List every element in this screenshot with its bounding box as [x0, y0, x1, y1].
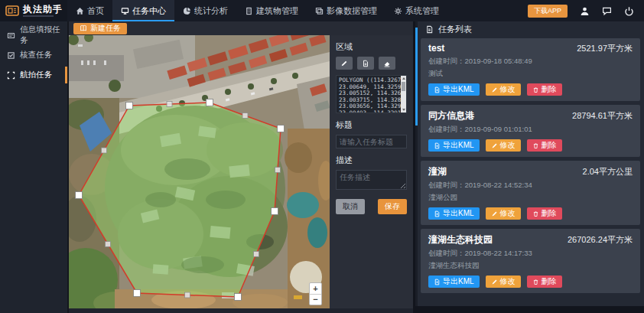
cancel-button[interactable]: 取消 — [336, 199, 365, 214]
delete-task-button[interactable]: 删除 — [527, 207, 562, 220]
map-canvas[interactable]: + − — [69, 35, 330, 308]
edit-task-button[interactable]: 修改 — [486, 276, 521, 288]
polygon-vertex-handle[interactable] — [235, 294, 242, 301]
nav-item-label: 首页 — [87, 5, 104, 17]
sidebar-item-label: 信息填报任务 — [20, 24, 67, 46]
new-task-tab-label: 新建任务 — [90, 23, 121, 34]
task-area: 267026.24平方米 — [568, 234, 633, 246]
polygon-vertex-handle[interactable] — [278, 126, 285, 132]
nav-item-system[interactable]: 系统管理 — [385, 0, 447, 21]
left-sidebar: 信息填报任务 核查任务 航拍任务 — [0, 21, 67, 313]
task-name: 潼湖 — [428, 165, 447, 178]
task-list-title: 任务列表 — [438, 24, 472, 35]
map-zoom-control: + − — [309, 282, 322, 305]
delete-task-button[interactable]: 删除 — [527, 83, 562, 96]
export-kml-button[interactable]: 导出KML — [428, 276, 480, 288]
new-task-tab[interactable]: 新建任务 — [73, 23, 127, 34]
delete-task-button[interactable]: 删除 — [527, 276, 562, 288]
chat-icon[interactable] — [602, 6, 612, 16]
polygon-vertex-handle[interactable] — [272, 208, 278, 215]
power-icon[interactable] — [624, 6, 634, 16]
sidebar-item-aerial-tasks[interactable]: 航拍任务 — [0, 65, 67, 85]
polygon-midpoint-handle[interactable] — [254, 252, 259, 257]
task-list: test 2521.97平方米 创建时间：2019-09-18 05:48:49… — [415, 37, 644, 293]
edit-task-button[interactable]: 修改 — [486, 207, 521, 220]
export-icon — [434, 86, 441, 93]
pencil-icon — [491, 86, 498, 93]
draw-icon — [340, 60, 348, 67]
nav-item-imagery[interactable]: 影像数据管理 — [307, 0, 385, 21]
polygon-midpoint-handle[interactable] — [167, 102, 172, 107]
nav-item-label: 任务中心 — [132, 5, 166, 17]
polygon-vertex-handle[interactable] — [126, 103, 133, 109]
task-panel-scroll-thumb[interactable] — [415, 28, 418, 126]
user-icon[interactable] — [580, 6, 590, 16]
sidebar-item-verification-tasks[interactable]: 核查任务 — [0, 45, 67, 65]
polygon-midpoint-handle[interactable] — [275, 168, 281, 173]
task-panel-scrollbar[interactable] — [415, 21, 418, 306]
image-stack-icon — [315, 7, 324, 15]
zoom-in-button[interactable]: + — [310, 283, 321, 294]
polygon-midpoint-handle[interactable] — [242, 113, 248, 119]
navbar-right: 下载APP — [528, 0, 644, 21]
nav-item-label: 统计分析 — [194, 5, 228, 17]
task-created-value: 2019-09-18 05:48:49 — [465, 57, 532, 65]
polygon-midpoint-handle[interactable] — [185, 292, 190, 298]
scroll-up-arrow[interactable] — [401, 76, 406, 81]
task-desc: 测试 — [428, 69, 633, 79]
polygon-vertex-handle[interactable] — [207, 99, 213, 106]
pencil-icon — [491, 142, 498, 149]
erase-region-button[interactable] — [379, 57, 395, 70]
nav-item-label: 影像数据管理 — [327, 5, 377, 17]
polygon-vertex-handle[interactable] — [76, 192, 83, 199]
task-created: 创建时间：2019-08-22 14:52:34 — [428, 181, 633, 191]
eraser-icon — [383, 60, 391, 67]
nav-item-statistics[interactable]: 统计分析 — [174, 0, 236, 21]
download-app-button[interactable]: 下载APP — [528, 5, 568, 18]
new-task-form: 区域 POLYGON ((114.326713 23.00649, 114.32… — [330, 35, 413, 308]
polygon-midpoint-handle[interactable] — [102, 148, 107, 153]
polygon-vertex-handle[interactable] — [134, 290, 141, 297]
edit-task-button[interactable]: 修改 — [486, 139, 521, 152]
delete-task-button[interactable]: 删除 — [527, 139, 562, 152]
polygon-midpoint-handle[interactable] — [106, 242, 111, 247]
pencil-icon — [491, 279, 498, 285]
nav-item-buildings[interactable]: 建筑物管理 — [236, 0, 307, 21]
export-kml-button[interactable]: 导出KML — [428, 83, 480, 96]
task-card: test 2521.97平方米 创建时间：2019-09-18 05:48:49… — [421, 38, 640, 101]
task-card: 潼湖 2.04平方公里 创建时间：2019-08-22 14:52:34 潼湖公… — [421, 161, 640, 225]
nav-item-task-center[interactable]: 任务中心 — [112, 0, 174, 21]
task-list-panel: 任务列表 test 2521.97平方米 创建时间：2019-09-18 05:… — [415, 21, 644, 306]
export-kml-button[interactable]: 导出KML — [428, 207, 480, 220]
task-card: 同方信息港 28794.61平方米 创建时间：2019-09-09 01:01:… — [421, 105, 640, 157]
coordinates-scrollbar[interactable] — [401, 76, 406, 112]
import-file-button[interactable] — [357, 57, 374, 70]
scroll-down-arrow[interactable] — [401, 107, 406, 112]
task-name: test — [428, 43, 444, 54]
trash-icon — [532, 86, 539, 93]
region-coordinates-textarea[interactable]: POLYGON ((114.326713 23.00649, 114.32590… — [336, 75, 407, 113]
title-label: 标题 — [336, 119, 407, 131]
export-kml-button[interactable]: 导出KML — [428, 139, 480, 152]
sidebar-item-info-report-tasks[interactable]: 信息填报任务 — [0, 25, 67, 45]
task-area: 28794.61平方米 — [572, 110, 633, 122]
nav-item-home[interactable]: 首页 — [67, 0, 112, 21]
save-button[interactable]: 保存 — [378, 199, 407, 214]
task-title-input[interactable] — [336, 135, 407, 148]
draw-polygon-button[interactable] — [336, 57, 353, 70]
task-created-label: 创建时间： — [428, 57, 465, 65]
region-tools — [336, 57, 407, 70]
trash-icon — [532, 210, 539, 217]
task-description-textarea[interactable] — [336, 170, 407, 190]
form-icon — [7, 31, 15, 40]
edit-task-button[interactable]: 修改 — [486, 83, 521, 96]
zoom-out-button[interactable]: − — [310, 294, 321, 305]
scroll-thumb[interactable] — [402, 82, 405, 91]
task-created-label: 创建时间： — [428, 249, 465, 257]
sidebar-item-label: 核查任务 — [20, 50, 52, 60]
crop-frame-icon — [7, 71, 15, 80]
task-created-label: 创建时间： — [428, 125, 465, 133]
export-icon — [434, 142, 441, 149]
task-created-value: 2019-08-22 14:52:34 — [465, 181, 532, 189]
app-logo: 执法助手 — [0, 0, 67, 21]
